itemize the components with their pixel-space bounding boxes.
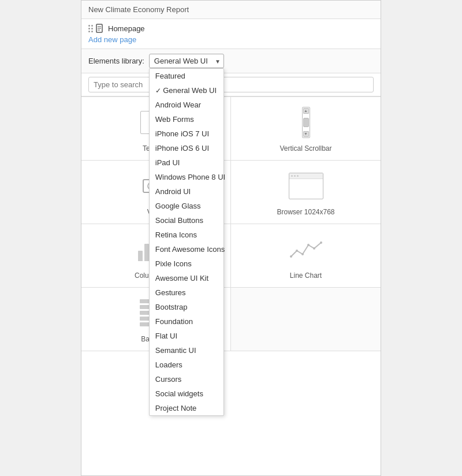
- browser-dot-3: [297, 175, 299, 177]
- scrollbar-icon: ▲ ▼: [289, 105, 323, 140]
- dropdown-item-font-awesome[interactable]: Font Awesome Icons: [150, 242, 223, 256]
- dropdown-item-gestures[interactable]: Gestures: [150, 285, 223, 300]
- panel-header: New Climate Economy Report: [81, 1, 381, 19]
- dropdown-item-social-widgets[interactable]: Social widgets: [150, 386, 223, 401]
- svg-point-12: [313, 247, 315, 250]
- dropdown-item-iphone-ios6[interactable]: iPhone iOS 6 UI: [150, 141, 223, 155]
- element-line-chart[interactable]: Line Chart: [231, 224, 381, 288]
- dropdown-item-pixle-icons[interactable]: Pixle Icons: [150, 256, 223, 271]
- dropdown-item-semantic-ui[interactable]: Semantic UI: [150, 343, 223, 358]
- element-browser[interactable]: Browser 1024x768: [231, 161, 381, 224]
- dropdown-item-cursors[interactable]: Cursors: [150, 372, 223, 386]
- element-scrollbar-label: Vertical Scrollbar: [280, 144, 331, 153]
- dropdown-item-retina-icons[interactable]: Retina Icons: [150, 228, 223, 242]
- browser-dot-2: [294, 175, 296, 177]
- dropdown-item-bootstrap[interactable]: Bootstrap: [150, 300, 223, 314]
- browser-icon: [289, 169, 323, 203]
- dropdown-item-ipad-ui[interactable]: iPad UI: [150, 155, 223, 170]
- scrollbar-down-arrow: ▼: [303, 131, 309, 137]
- svg-point-9: [296, 250, 298, 252]
- svg-point-13: [320, 241, 322, 244]
- page-icon: [95, 24, 105, 33]
- elements-grid: Textarea ▲ ▼ Vertical Scrollbar: [81, 96, 381, 351]
- browser-dot-1: [291, 175, 293, 177]
- dropdown-item-general-web-ui[interactable]: General Web UI: [150, 83, 223, 98]
- scrollbar-thumb: [303, 118, 309, 127]
- element-line-chart-label: Line Chart: [290, 272, 322, 280]
- dropdown-item-google-glass[interactable]: Google Glass: [150, 199, 223, 213]
- library-dropdown[interactable]: General Web UI: [149, 54, 224, 68]
- page-nav: Homepage Add new page: [81, 19, 381, 49]
- chart-bar-2: [144, 244, 149, 261]
- homepage-label: Homepage: [108, 24, 145, 33]
- add-page-link[interactable]: Add new page: [88, 35, 374, 44]
- dropdown-item-awesome-ui-kit[interactable]: Awesome UI Kit: [150, 271, 223, 285]
- library-row: Elements library: General Web UI ▼ Featu…: [81, 49, 381, 73]
- library-dropdown-menu: Featured General Web UI Android Wear Web…: [149, 68, 224, 416]
- scrollbar-up-arrow: ▲: [303, 108, 309, 114]
- search-input[interactable]: [88, 77, 374, 92]
- dropdown-item-iphone-ios7[interactable]: iPhone iOS 7 UI: [150, 127, 223, 141]
- dropdown-item-android-wear[interactable]: Android Wear: [150, 98, 223, 112]
- dropdown-item-loaders[interactable]: Loaders: [150, 358, 223, 372]
- svg-point-8: [290, 255, 292, 258]
- dropdown-item-featured[interactable]: Featured: [150, 69, 223, 83]
- library-selected-value: General Web UI: [154, 57, 208, 65]
- report-title: New Climate Economy Report: [88, 5, 189, 14]
- element-browser-label: Browser 1024x768: [277, 208, 334, 216]
- dropdown-item-android-ui[interactable]: Android UI: [150, 184, 223, 199]
- svg-point-10: [301, 253, 304, 255]
- dropdown-item-flat-ui[interactable]: Flat UI: [150, 329, 223, 343]
- chart-bar-1: [138, 251, 143, 261]
- dropdown-item-web-forms[interactable]: Web Forms: [150, 112, 223, 127]
- library-label: Elements library:: [88, 57, 144, 65]
- search-row: [81, 73, 381, 96]
- element-vertical-scrollbar[interactable]: ▲ ▼ Vertical Scrollbar: [231, 97, 381, 161]
- element-placeholder: [231, 288, 381, 351]
- dropdown-item-social-buttons[interactable]: Social Buttons: [150, 213, 223, 228]
- dropdown-item-foundation[interactable]: Foundation: [150, 314, 223, 329]
- library-dropdown-wrapper: General Web UI ▼ Featured General Web UI…: [149, 54, 224, 68]
- dropdown-item-windows-phone[interactable]: Windows Phone 8 UI: [150, 170, 223, 184]
- drag-handle: [88, 25, 93, 32]
- line-chart-icon: [289, 232, 323, 267]
- svg-point-11: [307, 244, 310, 246]
- dropdown-item-project-note[interactable]: Project Note: [150, 401, 223, 415]
